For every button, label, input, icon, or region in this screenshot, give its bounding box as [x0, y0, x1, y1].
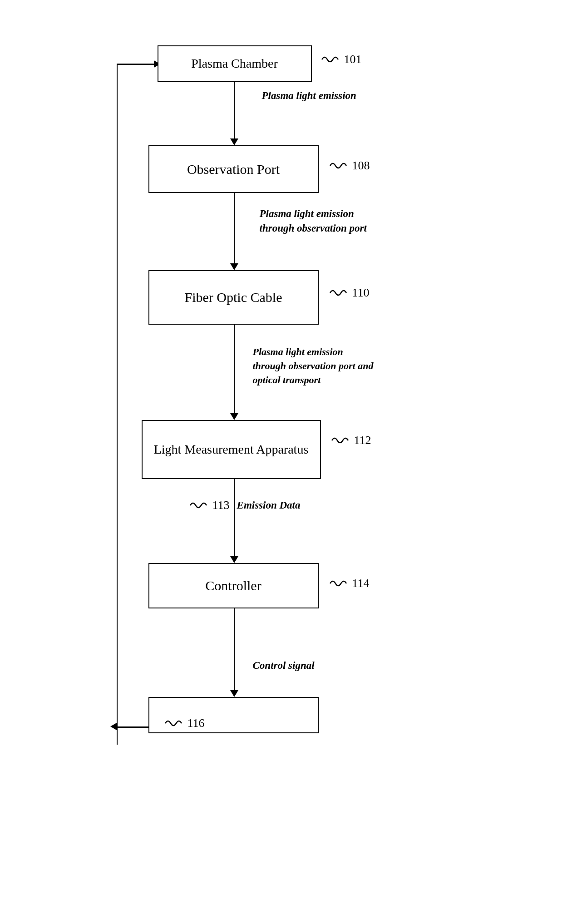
desc-plasma-emission-3: Plasma light emissionthrough observation…: [253, 345, 374, 387]
diagram-container: Plasma Chamber 101 Plasma light emission…: [89, 18, 498, 904]
ref-108-number: 108: [352, 159, 370, 173]
arrow-2-head: [230, 263, 238, 270]
ref-116: 116: [164, 716, 205, 730]
desc-control-signal: Control signal: [253, 658, 315, 672]
arrow-5-head: [230, 690, 238, 697]
controller-label: Controller: [205, 578, 261, 593]
arrow-3-line: [234, 325, 235, 415]
ref-113-number: 113: [212, 499, 230, 512]
ref-112: 112: [331, 434, 371, 447]
arrow-1-line: [234, 82, 235, 141]
ref-101-number: 101: [344, 53, 362, 66]
emission-data-label: Emission Data: [237, 499, 301, 511]
arrow-4-line: [234, 479, 235, 558]
ref-113: 113 Emission Data: [189, 499, 301, 512]
bottom-left-line: [117, 726, 149, 728]
desc-plasma-emission-1: Plasma light emission: [262, 89, 356, 103]
top-feedback-line: [117, 64, 158, 65]
ref-112-number: 112: [354, 434, 371, 447]
observation-port-box: Observation Port: [148, 145, 319, 193]
ref-114-number: 114: [352, 577, 370, 590]
ref-110-number: 110: [352, 286, 370, 300]
left-feedback-line: [117, 64, 118, 745]
arrow-2-line: [234, 193, 235, 266]
ref-108: 108: [329, 159, 370, 173]
arrow-1-head: [230, 138, 238, 145]
light-measurement-box: Light Measurement Apparatus: [142, 420, 321, 479]
plasma-chamber-label: Plasma Chamber: [191, 56, 278, 71]
arrow-4-head: [230, 556, 238, 563]
ref-101: 101: [321, 53, 362, 66]
ref-114: 114: [329, 577, 370, 590]
arrow-5-line: [234, 608, 235, 692]
bottom-arrow-left: [110, 723, 117, 730]
controller-box: Controller: [148, 563, 319, 608]
arrow-3-head: [230, 413, 238, 420]
plasma-chamber-box: Plasma Chamber: [158, 45, 312, 82]
fiber-optic-label: Fiber Optic Cable: [185, 290, 282, 305]
ref-110: 110: [329, 286, 370, 300]
ref-116-number: 116: [187, 716, 205, 730]
observation-port-label: Observation Port: [187, 162, 280, 177]
light-measurement-label: Light Measurement Apparatus: [154, 441, 309, 458]
fiber-optic-box: Fiber Optic Cable: [148, 270, 319, 325]
desc-plasma-emission-2: Plasma light emissionthrough observation…: [260, 207, 367, 236]
